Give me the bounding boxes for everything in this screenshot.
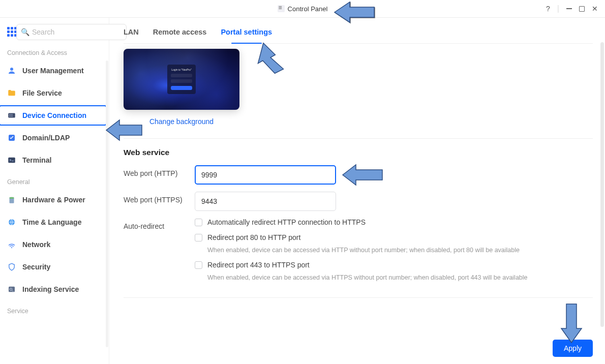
sidebar-item-domain-ldap[interactable]: Domain/LDAP: [4, 128, 105, 148]
https-port-input[interactable]: [195, 192, 336, 211]
sidebar-group-service: Service: [7, 308, 102, 315]
sidebar-group-general: General: [7, 178, 102, 186]
tab-portal-settings[interactable]: Portal settings: [221, 25, 272, 43]
svg-rect-7: [8, 158, 15, 163]
checkbox-description: When enabled, device can be accessed via…: [207, 274, 593, 281]
svg-rect-3: [10, 116, 11, 117]
sidebar-group-connection: Connection & Access: [7, 49, 102, 56]
shield-icon: [7, 262, 16, 271]
sidebar-item-terminal[interactable]: Terminal: [4, 150, 105, 170]
svg-rect-1: [8, 113, 15, 118]
http-port-label: Web port (HTTP): [124, 165, 195, 177]
window-title: Control Panel: [0, 5, 605, 13]
web-service-heading: Web service: [124, 148, 593, 157]
checkbox-label: Automatically redirect HTTP connection t…: [207, 218, 366, 226]
separator: |: [557, 4, 559, 13]
content-panel: LAN Remote access Portal settings Login …: [109, 18, 605, 364]
folder-icon: [7, 88, 16, 98]
sidebar-item-hardware-power[interactable]: Hardware & Power: [4, 190, 105, 210]
sidebar-item-label: File Service: [22, 89, 62, 97]
sidebar-item-label: Indexing Service: [22, 285, 79, 293]
domain-icon: [7, 133, 16, 142]
user-icon: [7, 66, 16, 75]
svg-point-0: [10, 68, 13, 71]
sidebar-item-label: Security: [22, 263, 50, 271]
globe-icon: [7, 218, 16, 227]
control-panel-icon: [278, 5, 285, 12]
terminal-icon: [7, 156, 16, 165]
tabs: LAN Remote access Portal settings: [124, 25, 593, 44]
device-connection-icon: [7, 111, 16, 120]
hardware-icon: [7, 195, 16, 204]
checkbox-label: Redirect port 80 to HTTP port: [207, 233, 300, 241]
sidebar-item-network[interactable]: Network: [4, 234, 105, 255]
titlebar: Control Panel ? | ✕: [0, 0, 605, 18]
checkbox-http-to-https[interactable]: [195, 219, 202, 226]
tab-remote-access[interactable]: Remote access: [153, 25, 207, 43]
content-scrollbar[interactable]: [600, 42, 604, 364]
svg-point-9: [10, 197, 14, 199]
sidebar-item-label: Hardware & Power: [22, 196, 85, 204]
sidebar-scrollbar[interactable]: [106, 60, 108, 347]
checkbox-label: Redirect port 443 to HTTPS port: [207, 261, 310, 269]
network-icon: [7, 240, 16, 249]
sidebar-item-label: User Management: [22, 67, 84, 75]
divider: [124, 138, 593, 139]
checkbox-description: When enabled, device can be accessed via…: [207, 247, 593, 254]
apply-button[interactable]: Apply: [553, 340, 593, 357]
sidebar: 🔍 Connection & Access User Management Fi…: [0, 18, 109, 364]
divider: [124, 297, 593, 298]
svg-rect-5: [11, 116, 12, 117]
close-icon[interactable]: ✕: [592, 5, 598, 13]
maximize-icon[interactable]: [579, 6, 585, 12]
background-preview-card: Login to "NasPro" Change background: [124, 49, 239, 126]
window-title-text: Control Panel: [288, 5, 328, 13]
sidebar-item-security[interactable]: Security: [4, 257, 105, 277]
svg-rect-2: [10, 114, 11, 115]
checkbox-port80-redirect[interactable]: [195, 234, 202, 241]
sidebar-item-file-service[interactable]: File Service: [4, 83, 105, 103]
indexing-icon: [7, 285, 16, 294]
svg-point-11: [11, 247, 12, 248]
sidebar-item-label: Time & Language: [22, 218, 81, 226]
change-background-link[interactable]: Change background: [149, 117, 214, 126]
auto-redirect-label: Auto-redirect: [124, 218, 195, 230]
sidebar-item-user-management[interactable]: User Management: [4, 60, 105, 81]
help-icon[interactable]: ?: [546, 5, 550, 13]
sidebar-item-time-language[interactable]: Time & Language: [4, 212, 105, 232]
minimize-icon[interactable]: [566, 8, 572, 9]
svg-rect-4: [11, 114, 12, 115]
sidebar-item-label: Terminal: [22, 156, 51, 164]
sidebar-item-label: Domain/LDAP: [22, 134, 70, 142]
https-port-label: Web port (HTTPS): [124, 192, 195, 204]
http-port-input[interactable]: [195, 165, 336, 185]
sidebar-item-label: Device Connection: [22, 111, 86, 119]
checkbox-port443-redirect[interactable]: [195, 261, 202, 269]
sidebar-item-device-connection[interactable]: Device Connection: [0, 105, 107, 126]
sidebar-item-label: Network: [22, 240, 50, 249]
background-preview-image[interactable]: Login to "NasPro": [124, 49, 239, 110]
tab-lan[interactable]: LAN: [124, 25, 139, 43]
sidebar-item-indexing[interactable]: Indexing Service: [4, 279, 105, 299]
